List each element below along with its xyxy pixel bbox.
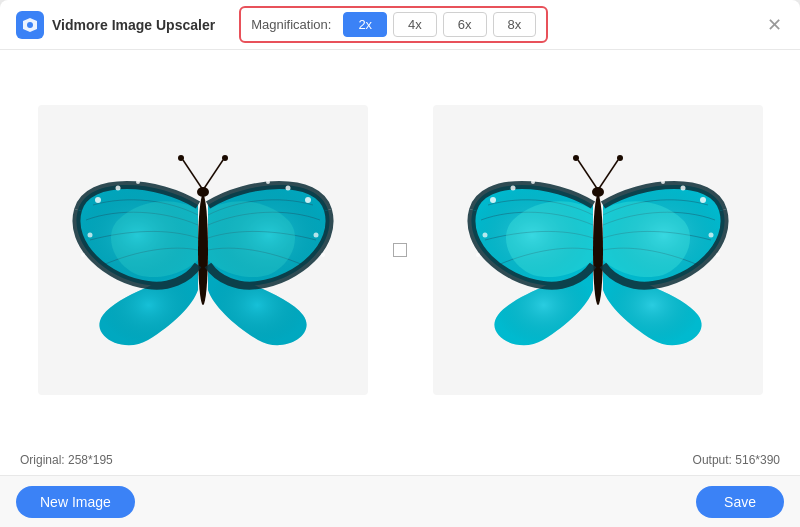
svg-point-27 <box>700 197 706 203</box>
original-image-panel <box>20 80 385 420</box>
svg-point-19 <box>592 187 604 197</box>
info-bar: Original: 258*195 Output: 516*390 <box>0 449 800 475</box>
save-button[interactable]: Save <box>696 486 784 518</box>
app-window: Vidmore Image Upscaler Magnification: 2x… <box>0 0 800 527</box>
original-image-container <box>38 105 368 395</box>
svg-point-18 <box>593 195 603 305</box>
svg-point-31 <box>476 253 480 257</box>
output-butterfly-image <box>463 120 733 380</box>
svg-point-33 <box>716 253 720 257</box>
svg-point-14 <box>87 232 92 237</box>
svg-point-26 <box>531 180 535 184</box>
svg-point-25 <box>510 185 515 190</box>
magnification-label: Magnification: <box>251 17 331 32</box>
svg-point-7 <box>222 155 228 161</box>
image-comparison-area <box>0 50 800 449</box>
close-button[interactable]: ✕ <box>764 15 784 35</box>
svg-point-22 <box>573 155 579 161</box>
app-logo-icon <box>16 11 44 39</box>
svg-point-28 <box>680 185 685 190</box>
svg-point-29 <box>661 180 665 184</box>
svg-line-5 <box>203 160 223 190</box>
magnification-bar: Magnification: 2x 4x 6x 8x <box>239 6 548 43</box>
comparison-checkbox[interactable] <box>393 243 407 257</box>
svg-point-32 <box>708 232 713 237</box>
main-content: Original: 258*195 Output: 516*390 <box>0 50 800 475</box>
svg-line-4 <box>183 160 203 190</box>
new-image-button[interactable]: New Image <box>16 486 135 518</box>
svg-point-15 <box>81 253 85 257</box>
svg-point-13 <box>266 180 270 184</box>
app-title: Vidmore Image Upscaler <box>52 17 215 33</box>
svg-point-3 <box>197 187 209 197</box>
comparison-divider <box>385 243 415 257</box>
svg-point-30 <box>482 232 487 237</box>
svg-point-6 <box>178 155 184 161</box>
svg-point-17 <box>321 253 325 257</box>
original-butterfly-image <box>68 120 338 380</box>
svg-point-8 <box>95 197 101 203</box>
original-info-text: Original: 258*195 <box>20 453 113 467</box>
output-image-container <box>433 105 763 395</box>
svg-point-2 <box>198 195 208 305</box>
mag-btn-4x[interactable]: 4x <box>393 12 437 37</box>
mag-btn-6x[interactable]: 6x <box>443 12 487 37</box>
svg-point-1 <box>27 22 33 28</box>
svg-point-11 <box>305 197 311 203</box>
bottom-bar: New Image Save <box>0 475 800 527</box>
svg-line-20 <box>578 160 598 190</box>
svg-point-23 <box>617 155 623 161</box>
titlebar: Vidmore Image Upscaler Magnification: 2x… <box>0 0 800 50</box>
svg-point-16 <box>313 232 318 237</box>
mag-btn-8x[interactable]: 8x <box>493 12 537 37</box>
svg-line-21 <box>598 160 618 190</box>
svg-point-10 <box>136 180 140 184</box>
svg-point-12 <box>285 185 290 190</box>
svg-point-9 <box>115 185 120 190</box>
mag-btn-2x[interactable]: 2x <box>343 12 387 37</box>
output-image-panel <box>415 80 780 420</box>
output-info-text: Output: 516*390 <box>693 453 780 467</box>
svg-point-24 <box>490 197 496 203</box>
